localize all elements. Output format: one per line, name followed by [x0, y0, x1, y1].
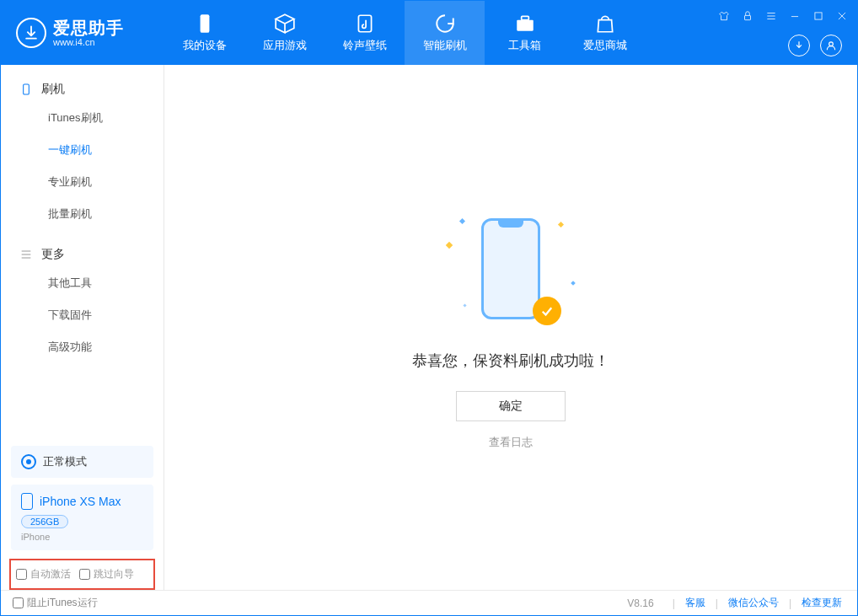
- skip-guide-checkbox[interactable]: 跳过向导: [79, 567, 134, 581]
- sidebar-item-onekey-flash[interactable]: 一键刷机: [1, 134, 164, 166]
- header-tabs: 我的设备 应用游戏 铃声壁纸 智能刷机 工具箱 爱思商城: [164, 1, 645, 65]
- phone-mini-icon: [21, 493, 33, 510]
- device-mode-status[interactable]: 正常模式: [11, 446, 153, 478]
- block-itunes-checkbox[interactable]: 阻止iTunes运行: [13, 596, 98, 610]
- tab-apps-games[interactable]: 应用游戏: [244, 1, 324, 65]
- success-message: 恭喜您，保资料刷机成功啦！: [412, 351, 609, 371]
- app-title: 爱思助手: [53, 19, 124, 37]
- logo: 爱思助手 www.i4.cn: [1, 18, 164, 48]
- check-update-link[interactable]: 检查更新: [798, 596, 845, 610]
- tab-smart-flash[interactable]: 智能刷机: [405, 1, 485, 65]
- tab-toolbox[interactable]: 工具箱: [485, 1, 565, 65]
- tab-my-device[interactable]: 我的设备: [164, 1, 244, 65]
- sidebar-group-title: 更多: [41, 247, 65, 262]
- sidebar-item-other-tools[interactable]: 其他工具: [1, 267, 164, 299]
- app-subtitle: www.i4.cn: [53, 37, 124, 47]
- customer-service-link[interactable]: 客服: [682, 596, 709, 610]
- device-storage-badge: 256GB: [21, 515, 68, 528]
- sidebar-group-flash: 刷机: [1, 77, 164, 102]
- cube-icon: [274, 13, 296, 35]
- auto-activate-input[interactable]: [16, 569, 27, 580]
- view-log-link[interactable]: 查看日志: [489, 435, 533, 450]
- skip-guide-input[interactable]: [79, 569, 90, 580]
- block-itunes-input[interactable]: [13, 597, 24, 608]
- close-icon[interactable]: [834, 8, 850, 24]
- refresh-shield-icon: [434, 13, 456, 35]
- sidebar-item-pro-flash[interactable]: 专业刷机: [1, 166, 164, 198]
- sidebar: 刷机 iTunes刷机 一键刷机 专业刷机 批量刷机 更多 其他工具 下载固件 …: [1, 65, 164, 590]
- tab-label: 我的设备: [183, 38, 227, 53]
- bag-icon: [594, 13, 616, 35]
- svg-rect-3: [521, 16, 528, 19]
- download-icon[interactable]: [788, 35, 810, 56]
- shirt-icon[interactable]: [716, 8, 732, 24]
- device-type: iPhone: [21, 532, 143, 542]
- sidebar-group-more: 更多: [1, 242, 164, 267]
- wechat-link[interactable]: 微信公众号: [725, 596, 782, 610]
- svg-rect-2: [517, 20, 534, 31]
- status-bar: 阻止iTunes运行 V8.16 | 客服 | 微信公众号 | 检查更新: [1, 590, 857, 615]
- svg-rect-0: [200, 14, 209, 33]
- auto-activate-checkbox[interactable]: 自动激活: [16, 567, 71, 581]
- device-name: iPhone XS Max: [40, 495, 121, 508]
- list-icon: [19, 248, 33, 261]
- checkbox-label: 跳过向导: [94, 567, 134, 581]
- logo-icon: [16, 18, 46, 48]
- app-header: 爱思助手 www.i4.cn 我的设备 应用游戏 铃声壁纸 智能刷机 工具箱 爱…: [1, 1, 857, 65]
- minimize-icon[interactable]: [786, 8, 803, 24]
- tab-ringtones-wallpapers[interactable]: 铃声壁纸: [324, 1, 405, 65]
- lock-icon[interactable]: [739, 8, 756, 24]
- tab-label: 爱思商城: [583, 38, 627, 53]
- tab-label: 智能刷机: [423, 38, 467, 53]
- device-icon: [194, 13, 216, 35]
- sidebar-item-advanced[interactable]: 高级功能: [1, 331, 164, 363]
- menu-icon[interactable]: [763, 8, 780, 24]
- ok-button[interactable]: 确定: [456, 391, 566, 421]
- svg-rect-5: [815, 13, 822, 19]
- maximize-icon[interactable]: [810, 8, 827, 24]
- checkbox-label: 阻止iTunes运行: [27, 596, 98, 610]
- mode-icon: [21, 454, 36, 469]
- flash-options-highlight: 自动激活 跳过向导: [9, 559, 155, 590]
- tab-label: 应用游戏: [263, 38, 307, 53]
- sidebar-item-itunes-flash[interactable]: iTunes刷机: [1, 102, 164, 134]
- svg-point-6: [829, 42, 834, 46]
- version-label: V8.16: [627, 597, 653, 609]
- success-check-icon: [533, 297, 561, 325]
- window-controls: [716, 8, 850, 24]
- tab-label: 工具箱: [508, 38, 541, 53]
- phone-illustration-icon: [481, 218, 540, 319]
- sidebar-item-download-firmware[interactable]: 下载固件: [1, 299, 164, 331]
- toolbox-icon: [514, 13, 536, 35]
- user-icon[interactable]: [820, 35, 842, 56]
- device-card[interactable]: iPhone XS Max 256GB iPhone: [11, 485, 153, 550]
- tab-label: 铃声壁纸: [343, 38, 387, 53]
- success-illustration: [443, 206, 578, 332]
- checkbox-label: 自动激活: [30, 567, 71, 581]
- music-file-icon: [354, 13, 376, 35]
- svg-rect-4: [745, 15, 751, 19]
- tab-store[interactable]: 爱思商城: [565, 1, 645, 65]
- main-content: 恭喜您，保资料刷机成功啦！ 确定 查看日志: [164, 65, 857, 590]
- header-actions: [788, 35, 842, 56]
- sidebar-item-batch-flash[interactable]: 批量刷机: [1, 198, 164, 230]
- phone-icon: [19, 83, 33, 96]
- sidebar-group-title: 刷机: [41, 82, 65, 97]
- mode-label: 正常模式: [43, 454, 87, 469]
- svg-rect-7: [24, 84, 29, 94]
- svg-rect-1: [358, 15, 371, 32]
